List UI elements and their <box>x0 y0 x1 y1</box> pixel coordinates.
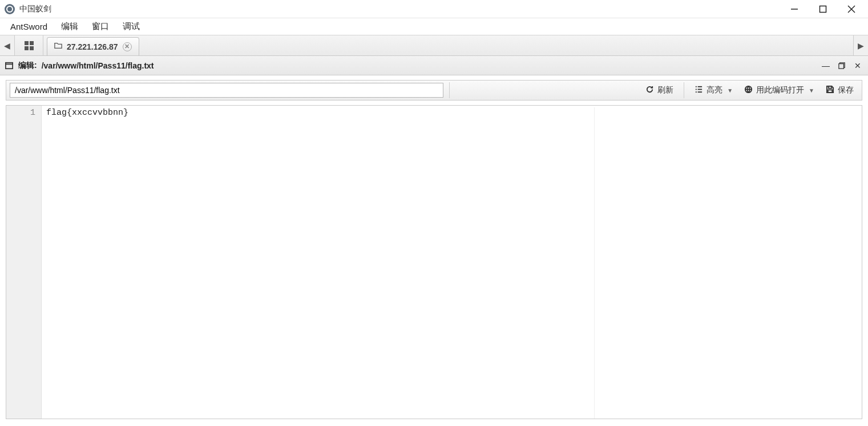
editor-gutter: 1 <box>6 106 42 419</box>
menu-appname[interactable]: AntSword <box>3 19 54 34</box>
menu-window[interactable]: 窗口 <box>85 19 116 34</box>
panel-title-path: /var/www/html/Pass11/flag.txt <box>42 61 154 70</box>
grid-icon <box>25 41 34 50</box>
tab-close-button[interactable]: ✕ <box>123 42 132 51</box>
editor-code-area[interactable]: flag{xxccvvbbnn} <box>42 106 862 419</box>
close-button[interactable] <box>837 0 866 18</box>
window-title: 中国蚁剑 <box>19 4 51 14</box>
toolbar-divider <box>684 82 684 98</box>
refresh-button[interactable]: 刷新 <box>641 83 678 98</box>
editor[interactable]: 1 flag{xxccvvbbnn} <box>6 105 862 419</box>
tab-active[interactable]: 27.221.126.87 ✕ <box>47 37 139 56</box>
maximize-button[interactable] <box>809 0 837 18</box>
highlight-button[interactable]: 高亮 ▼ <box>690 83 737 98</box>
minimize-button[interactable] <box>780 0 809 18</box>
list-icon <box>695 85 703 95</box>
save-icon <box>826 85 834 95</box>
code-line: flag{xxccvvbbnn} <box>46 107 594 119</box>
save-button[interactable]: 保存 <box>821 83 858 98</box>
editor-toolbar: 刷新 高亮 ▼ 用此编码打开 ▼ 保存 <box>6 80 862 101</box>
menubar: AntSword 编辑 窗口 调试 <box>0 18 868 35</box>
panel-minimize-button[interactable]: — <box>820 60 831 71</box>
app-icon <box>5 4 15 14</box>
refresh-label: 刷新 <box>657 85 673 95</box>
globe-icon <box>744 85 753 95</box>
home-tab[interactable] <box>15 35 43 55</box>
panel-title-prefix: 编辑: <box>18 61 37 71</box>
menu-debug[interactable]: 调试 <box>116 19 147 34</box>
encoding-button[interactable]: 用此编码打开 ▼ <box>740 83 819 98</box>
window-icon <box>5 61 14 70</box>
svg-rect-1 <box>820 6 826 12</box>
highlight-label: 高亮 <box>706 85 722 95</box>
chevron-down-icon: ▼ <box>809 87 814 94</box>
panel-maximize-button[interactable] <box>836 60 847 71</box>
path-input[interactable] <box>10 83 443 98</box>
menu-edit[interactable]: 编辑 <box>54 19 85 34</box>
folder-icon <box>54 42 62 51</box>
tab-scroll-left[interactable]: ◀ <box>0 35 15 55</box>
refresh-icon <box>645 85 654 95</box>
svg-rect-4 <box>6 62 13 69</box>
save-label: 保存 <box>838 85 854 95</box>
tab-scroll-right[interactable]: ▶ <box>853 35 868 55</box>
toolbar-divider <box>449 82 450 98</box>
tabstrip: ◀ 27.221.126.87 ✕ ▶ <box>0 35 868 56</box>
encoding-label: 用此编码打开 <box>756 85 804 95</box>
svg-rect-7 <box>839 63 844 69</box>
tab-label: 27.221.126.87 <box>67 42 118 51</box>
panel-close-button[interactable]: ✕ <box>852 60 863 71</box>
panel-header: 编辑: /var/www/html/Pass11/flag.txt — ✕ <box>0 56 868 75</box>
line-number: 1 <box>6 107 35 119</box>
svg-rect-15 <box>829 86 832 89</box>
chevron-down-icon: ▼ <box>727 87 733 94</box>
svg-rect-16 <box>828 90 833 93</box>
editor-right-column <box>594 107 857 419</box>
